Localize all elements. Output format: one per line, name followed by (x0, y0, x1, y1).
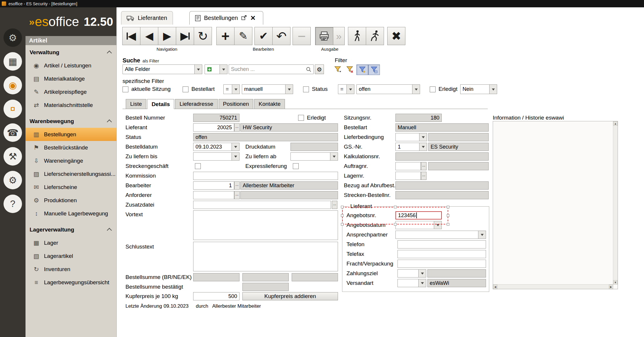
auftragnr-field[interactable] (395, 162, 421, 170)
helm-icon[interactable]: ⚙ (4, 28, 22, 47)
lagernr-field[interactable] (395, 172, 421, 180)
zu-liefern-ab-field[interactable] (290, 152, 338, 161)
sidebar-item-bestellungen[interactable]: ▥Bestellungen (26, 128, 116, 141)
chevron-down-icon[interactable] (418, 279, 426, 287)
walk-button[interactable] (348, 27, 366, 45)
tab-bestellungen[interactable]: Bestellungen ✕ (189, 11, 263, 25)
erledigt-checkbox[interactable] (298, 115, 304, 121)
filter-manage-button[interactable] (368, 64, 380, 75)
status-filter-checkbox[interactable] (303, 86, 309, 92)
finance-icon[interactable]: ¤ (4, 100, 22, 118)
bestellart-filter-checkbox[interactable] (183, 86, 188, 92)
last-record-button[interactable]: ▶ (176, 27, 194, 45)
chevron-down-icon[interactable] (232, 85, 239, 94)
chevron-down-icon[interactable] (194, 65, 202, 74)
search-field-selector[interactable]: Alle Felder (123, 64, 202, 74)
streckengeschaeft-checkbox[interactable] (195, 163, 201, 169)
chevron-down-icon[interactable] (478, 231, 486, 239)
expresslieferung-checkbox[interactable] (293, 163, 299, 169)
export-button[interactable]: » (333, 27, 345, 45)
bestell-nummer-field[interactable]: 750271 (193, 114, 239, 122)
lieferbedingung-select[interactable] (395, 133, 427, 141)
horizontal-scrollbar[interactable]: ◀ ▶ (493, 284, 613, 289)
support-icon[interactable]: ☎ (4, 123, 22, 142)
zahlungsziel-select[interactable] (397, 269, 426, 278)
auftragnr-lookup-button[interactable] (421, 162, 426, 170)
alarm-icon[interactable]: ◉ (4, 76, 22, 94)
sidebar-section-verwaltung[interactable]: Verwaltung (26, 46, 116, 59)
next-record-button[interactable]: ▶ (158, 27, 176, 45)
vortext-textarea[interactable] (193, 210, 338, 240)
lieferant-lookup-button[interactable] (234, 123, 240, 132)
sidebar-item-lagerbewegungsuebersicht[interactable]: ≡Lagerbewegungsübersicht (26, 276, 116, 289)
sidebar-item-lager[interactable]: ▦Lager (26, 236, 116, 249)
chevron-down-icon[interactable] (418, 270, 426, 277)
ansprechpartner-select[interactable] (395, 231, 486, 239)
gs-nr-select[interactable]: 1 (395, 143, 427, 151)
selection-handle[interactable] (447, 223, 449, 226)
chevron-down-icon[interactable] (434, 221, 441, 229)
kommission-field[interactable] (193, 172, 338, 180)
tab-lieferadresse[interactable]: Lieferadresse (175, 99, 218, 109)
sidebar-item-lieferscheinerstellung[interactable]: ▨Lieferscheinerstellungsassi... (26, 167, 116, 181)
sidebar-item-artikel-leistungen[interactable]: ◉Artikel / Leistungen (26, 59, 116, 72)
tools-icon[interactable]: ⚒ (4, 147, 22, 166)
selection-handle[interactable] (394, 223, 397, 226)
tab-kontakte[interactable]: Kontakte (254, 99, 285, 109)
chevron-down-icon[interactable] (330, 153, 338, 160)
scroll-down-icon[interactable]: ▼ (613, 280, 618, 285)
add-button[interactable]: + (216, 27, 235, 45)
bestelldatum-field[interactable]: 09.10.2023 (193, 143, 239, 151)
tab-liste[interactable]: Liste (126, 99, 146, 109)
telefax-field[interactable] (397, 250, 486, 258)
undo-button[interactable]: ↶ (272, 27, 290, 45)
filter-clear-button[interactable] (344, 64, 355, 74)
zusatzdatei-lookup-button[interactable] (332, 201, 337, 209)
sidebar-item-bestellrueckstaende[interactable]: ⚑Bestellrückstände (26, 141, 116, 154)
sidebar-item-artikelpreispflege[interactable]: ✎Artikelpreispflege (26, 85, 116, 98)
first-record-button[interactable]: ◀ (122, 27, 140, 45)
kupferpreis-addieren-button[interactable]: Kupferpreis addieren (242, 292, 338, 300)
scroll-right-icon[interactable]: ▶ (609, 285, 613, 289)
aktuelle-sitzung-checkbox[interactable] (123, 86, 128, 92)
sidebar-item-produktionen[interactable]: ⚙Produktionen (26, 194, 116, 207)
tab-details[interactable]: Details (147, 99, 174, 109)
selection-handle[interactable] (341, 214, 344, 217)
tab-lieferanten[interactable]: Lieferanten (121, 11, 173, 25)
confirm-button[interactable]: ✔ (254, 27, 273, 45)
sidebar-item-wareneingaenge[interactable]: ⇩Wareneingänge (26, 154, 116, 167)
modules-icon[interactable]: ▦ (4, 52, 22, 71)
lieferant-code-field[interactable]: 20025 (193, 123, 234, 132)
sidebar-item-inventuren[interactable]: ↻Inventuren (26, 263, 116, 276)
fracht-verpackung-field[interactable] (397, 260, 486, 268)
settings-icon[interactable]: ⚙ (4, 171, 22, 189)
status-operator-select[interactable]: = (338, 84, 354, 94)
bestellart-operator-select[interactable]: = (223, 84, 240, 94)
filter-add-button[interactable] (356, 64, 368, 75)
filter-apply-button[interactable] (332, 64, 343, 74)
help-icon[interactable]: ? (4, 195, 22, 213)
selection-handle[interactable] (341, 223, 344, 226)
selection-handle[interactable] (394, 206, 397, 208)
bestellart-value-select[interactable]: manuell (242, 84, 293, 94)
bearbeiter-lookup-button[interactable] (234, 181, 240, 190)
print-output-button[interactable] (315, 27, 333, 45)
bearbeiter-code-field[interactable]: 1 (193, 181, 234, 190)
sidebar-item-lieferscheine[interactable]: ✉Lieferscheine (26, 181, 116, 194)
selection-handle[interactable] (447, 206, 449, 208)
chevron-down-icon[interactable] (419, 133, 427, 141)
delete-button[interactable]: − (293, 27, 311, 45)
vertical-scrollbar[interactable]: ▲ ▼ (613, 121, 618, 285)
search-input[interactable]: Suchen ... (229, 64, 314, 74)
close-window-button[interactable]: ✖ (387, 27, 405, 45)
search-settings-button[interactable]: ⚙ (315, 64, 324, 74)
erledigt-value-select[interactable]: Nein (460, 84, 497, 94)
match-mode-select[interactable] (205, 64, 227, 74)
close-tab-icon[interactable]: ✕ (250, 15, 256, 21)
anforderer-lookup-button[interactable] (234, 191, 240, 199)
sidebar-item-materialschnittstelle[interactable]: ⇄Materialschnittstelle (26, 98, 116, 112)
chevron-down-icon[interactable] (419, 143, 427, 151)
refresh-button[interactable]: ↻ (194, 27, 212, 45)
chevron-down-icon[interactable] (412, 85, 420, 94)
sidebar-item-manuelle-lagerbewegung[interactable]: ↕Manuelle Lagerbewegung (26, 207, 116, 220)
